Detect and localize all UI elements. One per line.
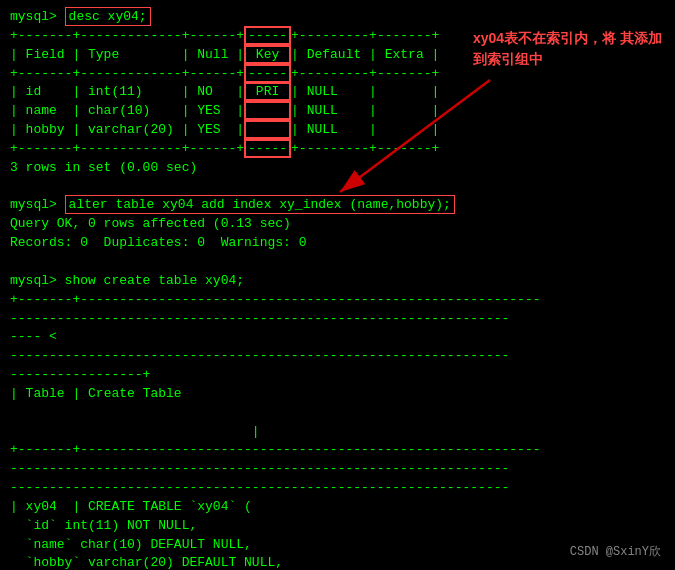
desc-cmd: desc xy04; — [65, 7, 151, 26]
border-mid2: ----------------------------------------… — [10, 460, 665, 479]
border-top1: +-------+-------------------------------… — [10, 291, 665, 310]
col-hobby: `hobby` varchar(20) DEFAULT NULL, — [10, 554, 665, 570]
table-row-hobby: | hobby | varchar(20) | YES | | NULL | | — [10, 121, 665, 140]
cursor-line: | — [10, 423, 665, 442]
prompt1: mysql> — [10, 9, 65, 24]
col-table: Table — [26, 386, 65, 401]
table-row-name: | name | char(10) | YES | | NULL | | — [10, 102, 665, 121]
border-top5: -----------------+ — [10, 366, 665, 385]
key-col-header: Key — [244, 45, 291, 64]
key-col-name — [244, 101, 291, 120]
line-alter-cmd: mysql> alter table xy04 add index xy_ind… — [10, 196, 665, 215]
query-ok: Query OK, 0 rows affected (0.13 sec) — [10, 215, 665, 234]
line-desc-cmd: mysql> desc xy04; — [10, 8, 665, 27]
alter-cmd: alter table xy04 add index xy_index (nam… — [65, 195, 455, 214]
prompt3: mysql> — [10, 273, 65, 288]
show-create-cmd: mysql> show create table xy04; — [10, 272, 665, 291]
col-name: `name` char(10) DEFAULT NULL, — [10, 536, 665, 555]
blank1 — [10, 178, 665, 197]
prompt2: mysql> — [10, 197, 65, 212]
blank2 — [10, 253, 665, 272]
key-col-border-mid: ----- — [244, 64, 291, 83]
border-mid1: +-------+-------------------------------… — [10, 441, 665, 460]
border-top3: ---- < — [10, 328, 665, 347]
border-mid3: ----------------------------------------… — [10, 479, 665, 498]
watermark: CSDN @SxinY欣 — [570, 543, 661, 560]
table-row-id: | id | int(11) | NO | PRI | NULL | | — [10, 83, 665, 102]
border-top4: ----------------------------------------… — [10, 347, 665, 366]
terminal: mysql> desc xy04; +-------+-------------… — [0, 0, 675, 570]
key-col-border-top: ----- — [244, 26, 291, 45]
table-border-bot: +-------+-------------+------+-----+----… — [10, 140, 665, 159]
key-col-pri: PRI — [244, 82, 291, 101]
key-col-border-bot: ----- — [244, 139, 291, 158]
watermark-text: CSDN @SxinY欣 — [570, 545, 661, 559]
annotation-text: xy04表不在索引内，将 其添加到索引组中 — [473, 30, 662, 67]
create-table-row: | xy04 | CREATE TABLE `xy04` ( — [10, 498, 665, 517]
annotation: xy04表不在索引内，将 其添加到索引组中 — [473, 28, 663, 70]
table-create-header: | Table | Create Table — [10, 385, 665, 404]
key-col-hobby — [244, 120, 291, 139]
rows-in-set: 3 rows in set (0.00 sec) — [10, 159, 665, 178]
blank3 — [10, 404, 665, 423]
col-id: `id` int(11) NOT NULL, — [10, 517, 665, 536]
border-top2: ----------------------------------------… — [10, 310, 665, 329]
records-line: Records: 0 Duplicates: 0 Warnings: 0 — [10, 234, 665, 253]
